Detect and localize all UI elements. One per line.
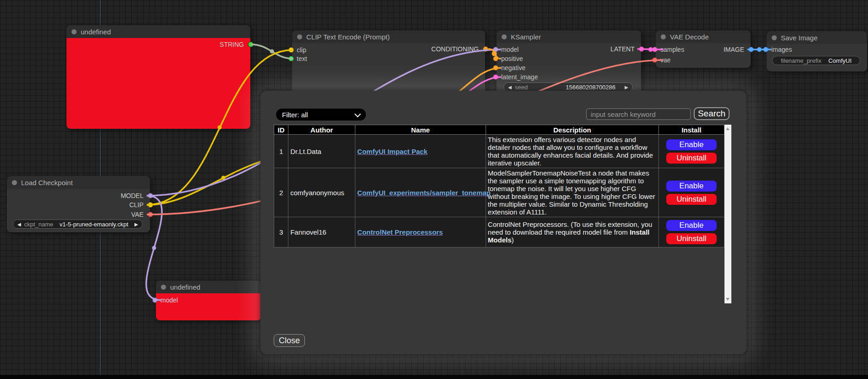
- port-dot-image[interactable]: [748, 47, 754, 52]
- filename-prefix-widget[interactable]: filename_prefix ComfyUI: [772, 56, 860, 65]
- widget-increment-icon[interactable]: ▶: [625, 85, 628, 90]
- seed-widget[interactable]: ◀ seed 156680208700286 ▶: [503, 82, 633, 92]
- table-scrollbar[interactable]: [724, 125, 731, 303]
- column-header-id: ID: [274, 125, 288, 135]
- node-title-bar[interactable]: undefined: [66, 25, 250, 38]
- input-images: images: [771, 46, 792, 53]
- port-dot-model[interactable]: [148, 193, 153, 198]
- node-undefined-bottom[interactable]: undefined model: [156, 280, 261, 320]
- input-samples: samples: [660, 46, 684, 53]
- input-negative: negative: [501, 64, 525, 71]
- node-load-checkpoint[interactable]: Load Checkpoint MODEL CLIP VAE ◀ ckpt_na…: [7, 176, 150, 232]
- port-dot-model[interactable]: [152, 297, 158, 303]
- node-title: undefined: [81, 28, 111, 36]
- extension-manager-dialog: Filter: all Search IDAuthorNameDescripti…: [260, 91, 746, 354]
- node-title: undefined: [170, 283, 200, 291]
- input-model: model: [501, 46, 519, 53]
- node-title: Load Checkpoint: [21, 179, 73, 187]
- close-button[interactable]: Close: [274, 334, 305, 347]
- scroll-up-icon[interactable]: [726, 127, 730, 130]
- node-collapse-dot-icon[interactable]: [12, 180, 17, 185]
- node-title-bar[interactable]: VAE Decode: [656, 30, 751, 43]
- cell-author: Fannovel16: [288, 217, 355, 247]
- port-dot-clip[interactable]: [148, 202, 153, 208]
- ckpt-name-widget[interactable]: ◀ ckpt_name v1-5-pruned-emaonly.ckpt ▶: [13, 220, 143, 229]
- enable-button[interactable]: Enable: [666, 180, 717, 192]
- description-text: ModelSamplerTonemapNoiseTest a node that…: [488, 169, 655, 216]
- node-body: model positive negative latent_image LAT…: [497, 43, 641, 95]
- node-collapse-dot-icon[interactable]: [772, 35, 777, 40]
- node-vae-decode[interactable]: VAE Decode samples vae IMAGE: [656, 30, 751, 68]
- node-save-image[interactable]: Save Image images filename_prefix ComfyU…: [767, 31, 867, 71]
- port-dot-latent[interactable]: [493, 74, 498, 80]
- extension-link[interactable]: ControlNet Preprocessors: [357, 228, 443, 236]
- node-collapse-dot-icon[interactable]: [661, 34, 666, 39]
- cell-description: ModelSamplerTonemapNoiseTest a node that…: [486, 168, 658, 217]
- uninstall-button[interactable]: Uninstall: [666, 233, 717, 245]
- node-collapse-dot-icon[interactable]: [502, 34, 507, 39]
- input-model: model: [160, 297, 178, 304]
- input-positive: positive: [501, 55, 523, 62]
- cell-id: 2: [274, 168, 288, 217]
- enable-button[interactable]: Enable: [666, 139, 717, 151]
- node-body: samples vae IMAGE: [656, 43, 751, 68]
- cell-install: EnableUninstall: [659, 217, 724, 247]
- column-header-install: Install: [659, 125, 724, 135]
- port-dot-conditioning[interactable]: [493, 56, 498, 61]
- column-header-author: Author: [288, 125, 355, 135]
- port-dot-text[interactable]: [288, 56, 294, 61]
- enable-button[interactable]: Enable: [666, 220, 717, 231]
- node-ksampler[interactable]: KSampler model positive negative latent_…: [497, 30, 641, 95]
- node-collapse-dot-icon[interactable]: [72, 29, 77, 34]
- port-dot-clip[interactable]: [288, 47, 294, 53]
- search-button[interactable]: Search: [694, 107, 730, 120]
- cell-id: 1: [274, 135, 288, 168]
- node-title: Save Image: [781, 34, 818, 42]
- port-dot-latent[interactable]: [639, 46, 644, 52]
- output-image: IMAGE: [724, 46, 744, 53]
- port-dot-image[interactable]: [763, 47, 768, 52]
- widget-decrement-icon[interactable]: ◀: [508, 85, 512, 90]
- node-title-bar[interactable]: KSampler: [497, 30, 641, 43]
- node-clip-text-encode[interactable]: CLIP Text Encode (Prompt) clip text COND…: [292, 30, 485, 99]
- input-vae: vae: [660, 56, 671, 64]
- cell-author: comfyanonymous: [288, 168, 355, 217]
- node-undefined-top[interactable]: undefined STRING: [66, 25, 250, 129]
- filter-select[interactable]: Filter: all: [276, 109, 366, 121]
- scroll-down-icon[interactable]: [726, 298, 730, 301]
- extension-link[interactable]: ComfyUI Impact Pack: [357, 148, 427, 155]
- node-title-bar[interactable]: undefined: [156, 280, 261, 293]
- port-dot-conditioning[interactable]: [483, 46, 488, 52]
- port-dot-vae[interactable]: [148, 212, 153, 217]
- node-body-error: model: [156, 293, 261, 320]
- node-body: MODEL CLIP VAE ◀ ckpt_name v1-5-pruned-e…: [7, 189, 150, 232]
- port-dot-conditioning[interactable]: [493, 65, 498, 71]
- extension-link[interactable]: ComfyUI_experiments/sampler_tonemap: [357, 189, 491, 197]
- column-header-description: Description: [486, 125, 658, 135]
- node-title-bar[interactable]: CLIP Text Encode (Prompt): [292, 30, 485, 43]
- node-body-error: STRING: [66, 38, 250, 129]
- input-clip: clip: [297, 46, 306, 54]
- widget-increment-icon[interactable]: ▶: [134, 222, 138, 227]
- node-title-bar[interactable]: Load Checkpoint: [7, 176, 150, 189]
- search-input[interactable]: [586, 108, 691, 120]
- wire-dot: [152, 246, 156, 250]
- node-title-bar[interactable]: Save Image: [767, 31, 867, 44]
- table-header-row: IDAuthorNameDescriptionInstall: [274, 125, 724, 135]
- description-text: ControlNet Preprocessors. (To use this e…: [488, 220, 652, 236]
- input-latent-image: latent_image: [501, 73, 538, 81]
- port-dot-string[interactable]: [248, 42, 254, 47]
- column-header-name: Name: [355, 125, 486, 135]
- widget-decrement-icon[interactable]: ◀: [17, 222, 21, 227]
- node-collapse-dot-icon[interactable]: [297, 34, 302, 39]
- wire-dot: [221, 176, 226, 180]
- uninstall-button[interactable]: Uninstall: [666, 193, 717, 205]
- uninstall-button[interactable]: Uninstall: [666, 152, 717, 164]
- cell-name: ControlNet Preprocessors: [355, 217, 486, 247]
- port-dot-vae[interactable]: [652, 57, 658, 63]
- node-collapse-dot-icon[interactable]: [161, 285, 166, 290]
- port-dot-model[interactable]: [493, 47, 498, 52]
- output-clip: CLIP: [129, 201, 144, 209]
- wire-string-to-text: [251, 44, 293, 59]
- port-dot-latent[interactable]: [652, 47, 658, 52]
